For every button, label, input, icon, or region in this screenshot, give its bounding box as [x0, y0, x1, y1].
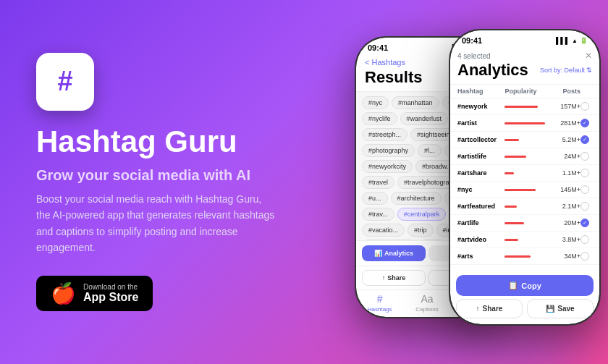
row-tag-artist: #artist: [457, 119, 504, 127]
row-tag-artshare: #artshare: [457, 169, 504, 177]
row-bar-artfeatured: [504, 206, 552, 208]
download-label: Download on the: [83, 283, 138, 291]
row-posts-artshare: 1.1M+: [552, 169, 580, 177]
row-check-artshare[interactable]: [580, 169, 592, 177]
chip-l[interactable]: #l...: [418, 144, 442, 157]
status-bar-front: 09:41 ▌▌▌ ▲ 🔋: [450, 30, 599, 48]
selected-count: 4 selected: [457, 52, 491, 60]
table-row[interactable]: #artvideo 3.8M+: [450, 232, 599, 248]
row-bar-artist: [504, 122, 552, 124]
row-bar-newyork: [504, 106, 552, 108]
row-posts-artcollector: 5.2M+: [552, 136, 580, 143]
app-icon-symbol: #: [57, 66, 72, 97]
chip-wanderlust[interactable]: #wanderlust: [400, 112, 449, 125]
chip-photography[interactable]: #photography: [362, 144, 415, 157]
time-back: 09:41: [368, 43, 388, 52]
check-circle: [580, 235, 589, 244]
copy-button[interactable]: 📋 Copy: [456, 275, 594, 296]
row-bar-artshare: [504, 172, 552, 174]
analytics-title: Analytics: [457, 61, 528, 80]
signal-icon-front: ▌▌▌: [556, 37, 570, 44]
captions-tab-icon: Aa: [421, 293, 433, 305]
sort-button[interactable]: Sort by: Default ⇅: [540, 67, 592, 74]
row-posts-artlife: 20M+: [552, 219, 580, 227]
analytics-button[interactable]: 📊 Analytics: [362, 245, 426, 261]
chip-nyc[interactable]: #nyc: [362, 96, 389, 109]
analytics-bottom: 📋 Copy ↑ Share 💾 Save: [450, 271, 599, 324]
save-button[interactable]: 💾 Save: [527, 299, 594, 318]
table-row[interactable]: #artfeatured 2.1M+: [450, 198, 599, 215]
chip-streetph[interactable]: #streetph...: [362, 128, 408, 141]
share-button-back[interactable]: ↑ Share: [362, 270, 426, 286]
app-tagline: Grow your social media with AI: [36, 167, 304, 184]
table-row[interactable]: #artistlife 24M+: [450, 148, 599, 165]
row-check-artcollector[interactable]: ✓: [580, 135, 592, 144]
chip-centralpark[interactable]: #centralpark: [397, 208, 447, 221]
phones-section: 09:41 ▌▌▌ 📶 🔋 < Hashtags Results #nyc #m…: [340, 0, 608, 364]
share-button-front[interactable]: ↑ Share: [456, 299, 523, 318]
hashtag-tab-icon: #: [377, 293, 383, 305]
row-posts-arts: 34M+: [552, 253, 580, 260]
row-check-nyc[interactable]: [580, 185, 592, 194]
chip-manhattan[interactable]: #manhattan: [392, 96, 439, 109]
table-row[interactable]: #nyc 145M+: [450, 182, 599, 198]
col-header-hashtag: Hashtag: [457, 88, 504, 95]
analytics-title-row: Analytics Sort by: Default ⇅: [457, 61, 592, 80]
row-check-artfeatured[interactable]: [580, 202, 592, 211]
row-bar-artlife: [504, 222, 552, 224]
col-header-posts: Posts: [552, 88, 580, 95]
table-row[interactable]: #arts 34M+: [450, 248, 599, 265]
app-icon: #: [36, 53, 94, 111]
row-posts-artfeatured: 2.1M+: [552, 203, 580, 210]
status-icons-front: ▌▌▌ ▲ 🔋: [556, 37, 588, 44]
row-check-artistlife[interactable]: [580, 152, 592, 161]
apple-icon: 🍎: [51, 284, 76, 304]
row-bar-nyc: [504, 189, 552, 191]
row-posts-newyork: 157M+: [552, 103, 580, 110]
save-icon: 💾: [546, 305, 554, 313]
share-label-back: Share: [387, 274, 405, 282]
row-check-artlife[interactable]: ✓: [580, 219, 592, 227]
chip-trip[interactable]: #trip: [408, 224, 434, 237]
analytics-list: #newyork 157M+ #artist 281M+ ✓ #artcolle…: [450, 98, 599, 271]
share-icon-back: ↑: [382, 274, 386, 282]
row-check-newyork[interactable]: [580, 102, 592, 111]
chip-newyorkcity[interactable]: #newyorkcity: [362, 160, 413, 173]
close-button[interactable]: ✕: [585, 51, 592, 61]
row-tag-arts: #arts: [457, 253, 504, 260]
table-header: Hashtag Popularity Posts: [450, 85, 599, 98]
row-posts-artist: 281M+: [552, 119, 580, 127]
row-check-arts[interactable]: [580, 252, 592, 261]
row-posts-nyc: 145M+: [552, 186, 580, 193]
tab-hashtags-label: Hashtags: [368, 306, 392, 313]
share-save-row: ↑ Share 💾 Save: [450, 299, 599, 324]
col-header-popularity: Popularity: [504, 88, 552, 95]
row-check-artvideo[interactable]: [580, 235, 592, 244]
chip-vacatio[interactable]: #vacatio...: [362, 224, 405, 237]
table-row[interactable]: #artshare 1.1M+: [450, 165, 599, 182]
row-tag-newyork: #newyork: [457, 103, 504, 110]
chip-trav[interactable]: #trav...: [362, 208, 394, 221]
chip-travel[interactable]: #travel: [362, 176, 394, 189]
chip-nyclife[interactable]: #nyclife: [362, 112, 397, 125]
check-circle: [580, 185, 589, 194]
sort-icon: ⇅: [586, 67, 592, 74]
row-bar-artcollector: [504, 139, 552, 141]
check-circle-filled: ✓: [580, 119, 589, 127]
chip-architecture[interactable]: #architecture: [391, 192, 442, 205]
check-circle: [580, 202, 589, 211]
row-posts-artvideo: 3.8M+: [552, 236, 580, 243]
table-row[interactable]: #newyork 157M+: [450, 98, 599, 115]
tab-captions-label: Captions: [415, 306, 439, 313]
app-store-text: Download on the App Store: [83, 283, 138, 304]
tab-hashtags[interactable]: # Hashtags: [356, 293, 403, 313]
analytics-header: 4 selected ✕ Analytics Sort by: Default …: [450, 48, 599, 85]
app-store-button[interactable]: 🍎 Download on the App Store: [36, 276, 153, 311]
table-row[interactable]: #artist 281M+ ✓: [450, 115, 599, 132]
share-icon-front: ↑: [476, 305, 480, 313]
table-row[interactable]: #artcollector 5.2M+ ✓: [450, 132, 599, 148]
row-check-artist[interactable]: ✓: [580, 119, 592, 127]
table-row[interactable]: #artlife 20M+ ✓: [450, 215, 599, 232]
tab-captions[interactable]: Aa Captions: [403, 293, 450, 313]
chip-u[interactable]: #u...: [362, 192, 388, 205]
